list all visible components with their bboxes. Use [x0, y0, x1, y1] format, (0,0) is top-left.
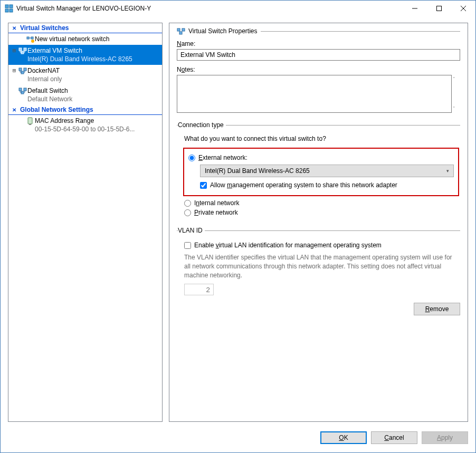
chevron-down-icon: ▾ [446, 168, 449, 174]
radio-external[interactable] [188, 155, 195, 161]
highlight-box: External network: Intel(R) Dual Band Wir… [183, 148, 459, 196]
section-virtual-switches[interactable]: ✕ Virtual Switches [8, 23, 162, 33]
window-title: Virtual Switch Manager for LENOVO-LEGION… [16, 5, 403, 12]
svg-rect-35 [177, 28, 180, 31]
name-input[interactable] [177, 49, 460, 61]
nic-icon [25, 117, 35, 126]
svg-rect-8 [27, 37, 29, 39]
svg-rect-20 [24, 68, 26, 71]
chevron-up-icon: ˄ [453, 76, 459, 82]
tree-sublabel: Default Network [27, 95, 159, 103]
radio-external-label: External network: [198, 154, 247, 161]
switch-icon [18, 86, 27, 94]
svg-rect-0 [5, 5, 8, 8]
titlebar[interactable]: Virtual Switch Manager for LENOVO-LEGION… [1, 1, 475, 16]
svg-rect-19 [19, 68, 22, 71]
properties-pane: Virtual Switch Properties Name: Notes: ˄… [169, 23, 468, 422]
cancel-button[interactable]: Cancel [371, 431, 417, 444]
ok-button[interactable]: OK [320, 431, 367, 444]
switch-icon [18, 66, 27, 74]
radio-internal-label: Internal network [194, 199, 239, 207]
sidebar: ✕ Virtual Switches New virtual network s… [8, 23, 163, 422]
tree-new-switch[interactable]: New virtual network switch [8, 33, 162, 45]
tree-dockernat[interactable]: ⊞ DockerNAT Internal only [8, 65, 162, 85]
switch-icon [18, 46, 27, 54]
radio-private[interactable] [184, 209, 191, 216]
svg-rect-9 [31, 37, 33, 39]
tree-label: Default Switch [27, 86, 159, 95]
scrollbar[interactable]: ˄˅ [452, 75, 460, 113]
tree-label: External VM Switch [27, 46, 159, 55]
chevron-up-icon: ✕ [11, 107, 18, 113]
tree-sublabel: 00-15-5D-64-59-00 to 00-15-5D-6... [35, 125, 159, 133]
tree-label: New virtual network switch [35, 35, 159, 43]
section-label: Virtual Switches [20, 24, 69, 32]
vlan-group: VLAN ID Enable virtual LAN identificatio… [177, 227, 460, 295]
svg-rect-26 [19, 88, 22, 91]
maximize-button[interactable] [427, 1, 451, 16]
tree-default-switch[interactable]: Default Switch Default Network [8, 85, 162, 105]
svg-rect-27 [24, 88, 26, 91]
tree-mac-range[interactable]: MAC Address Range 00-15-5D-64-59-00 to 0… [8, 115, 162, 135]
window-root: Virtual Switch Manager for LENOVO-LEGION… [0, 0, 476, 453]
svg-rect-3 [9, 9, 13, 12]
vlan-legend: VLAN ID [178, 227, 205, 234]
tree-label: DockerNAT [27, 66, 159, 75]
name-label: Name: [177, 40, 460, 47]
divider [261, 31, 461, 32]
svg-rect-13 [24, 48, 26, 51]
switch-icon [177, 27, 185, 35]
allow-mgmt-label: Allow management operating system to sha… [210, 181, 397, 189]
chevron-down-icon: ˅ [453, 106, 459, 111]
adapter-combobox[interactable]: Intel(R) Dual Band Wireless-AC 8265 ▾ [200, 165, 454, 177]
minimize-button[interactable] [403, 1, 427, 16]
vlan-id-input [184, 284, 214, 295]
notes-label: Notes: [177, 66, 460, 73]
vlan-description: The VLAN identifier specifies the virtua… [184, 253, 459, 279]
switch-add-icon [25, 35, 35, 43]
svg-rect-1 [9, 5, 13, 8]
close-button[interactable] [451, 1, 475, 16]
radio-internal[interactable] [184, 200, 191, 207]
remove-button[interactable]: Remove [414, 303, 460, 315]
section-label: Global Network Settings [20, 106, 93, 113]
expand-icon[interactable]: ⊞ [11, 46, 18, 55]
connection-question: What do you want to connect this virtual… [184, 135, 459, 142]
chevron-up-icon: ✕ [11, 25, 18, 31]
tree-sublabel: Intel(R) Dual Band Wireless-AC 8265 [27, 55, 159, 63]
svg-rect-5 [437, 6, 442, 11]
svg-rect-36 [182, 28, 185, 31]
tree-label: MAC Address Range [35, 117, 159, 125]
svg-rect-2 [5, 9, 8, 12]
allow-mgmt-checkbox[interactable] [200, 182, 207, 189]
section-global-settings[interactable]: ✕ Global Network Settings [8, 105, 162, 115]
vlan-enable-checkbox[interactable] [184, 242, 191, 249]
svg-rect-34 [29, 124, 31, 125]
vlan-enable-label: Enable virtual LAN identification for ma… [194, 242, 382, 249]
app-icon [5, 4, 13, 13]
connection-type-legend: Connection type [178, 121, 226, 129]
adapter-selected: Intel(R) Dual Band Wireless-AC 8265 [205, 167, 310, 175]
apply-button[interactable]: Apply [422, 431, 468, 444]
dialog-footer: OK Cancel Apply [8, 422, 468, 447]
tree-external-vm-switch[interactable]: ⊞ External VM Switch Intel(R) Dual Band … [8, 45, 162, 65]
svg-rect-37 [179, 32, 182, 34]
tree-sublabel: Internal only [27, 75, 159, 83]
connection-type-group: Connection type What do you want to conn… [177, 121, 460, 218]
svg-point-11 [31, 40, 34, 43]
svg-rect-12 [19, 48, 22, 51]
radio-private-label: Private network [194, 209, 238, 216]
expand-icon[interactable]: ⊞ [11, 66, 18, 75]
svg-rect-33 [28, 118, 32, 124]
notes-input[interactable] [177, 75, 452, 113]
properties-header: Virtual Switch Properties [188, 27, 258, 35]
